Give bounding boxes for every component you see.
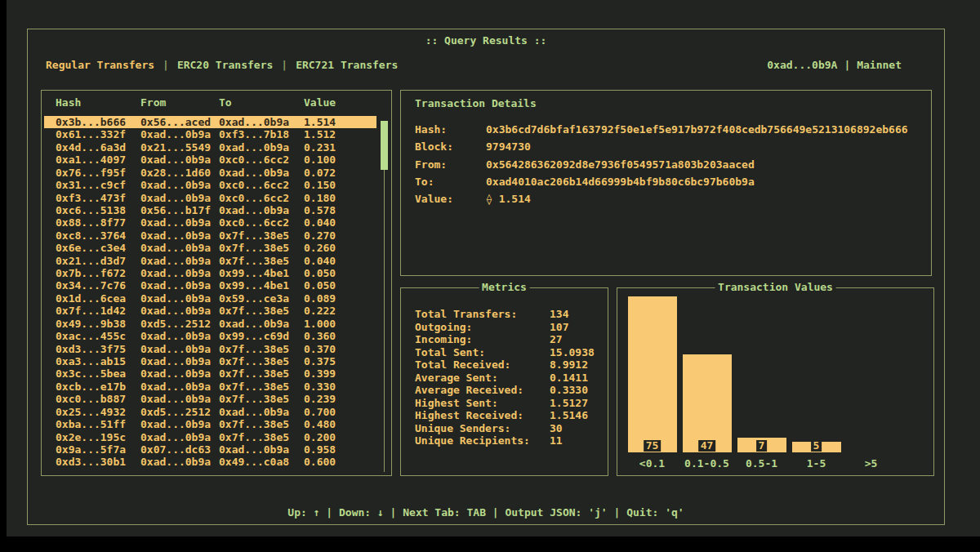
cell-from: 0x28...1d60 [140,167,219,179]
table-row[interactable]: 0x31...c9cf0xad...0b9a0xc0...6cc20.150 [44,179,376,191]
table-row[interactable]: 0x76...f95f0x28...1d600xad...0b9a0.072 [44,167,376,179]
metric-item: Unique Senders:30 [415,422,601,435]
cell-hash: 0x3c...5bea [56,367,140,380]
cell-hash: 0xc6...5138 [56,204,140,216]
cell-value: 1.000 [304,318,376,330]
cell-to: 0xf3...7b18 [219,128,304,140]
metric-item: Total Received:8.9912 [415,358,601,372]
table-row[interactable]: 0xa1...40970xad...0b9a0xc0...6cc20.100 [44,154,376,166]
chart-x-label: 0.1-0.5 [679,457,734,470]
cell-to: 0x7f...38e5 [219,343,304,355]
cell-from: 0xad...0b9a [140,255,219,267]
cell-hash: 0x6e...c3e4 [56,242,140,254]
chart-bar-slot [844,296,898,452]
chart-bar-slot: 5 [789,296,844,452]
tab-regular-transfers[interactable]: Regular Transfers [46,59,154,71]
keybind-help: Up: ↑ | Down: ↓ | Next Tab: TAB | Output… [28,506,944,519]
table-row[interactable]: 0x1d...6cea0xad...0b9a0x59...ce3a0.089 [44,292,376,305]
table-row[interactable]: 0x61...332f0xad...0b9a0xf3...7b181.512 [44,128,376,140]
cell-value: 0.239 [304,393,376,405]
table-row[interactable]: 0xcb...e17b0xad...0b9a0x7f...38e50.330 [44,381,376,393]
table-row[interactable]: 0x7b...f6720xad...0b9a0x99...4be10.050 [44,267,376,279]
cell-from: 0xad...0b9a [140,343,219,355]
column-header-from: From [140,96,219,109]
metric-value: 1.5127 [550,397,588,410]
cell-hash: 0xf3...473f [56,192,140,204]
cell-from: 0xad...0b9a [140,192,219,204]
table-row[interactable]: 0x3c...5bea0xad...0b9a0x7f...38e50.399 [44,367,376,380]
cell-to: 0x7f...38e5 [219,431,304,443]
table-row[interactable]: 0xac...455c0xad...0b9a0x99...c69d0.360 [44,330,376,342]
tab-separator: | [281,59,287,71]
cell-from: 0xd5...2512 [140,406,219,418]
metrics-title: Metrics [479,281,530,293]
cell-to: 0x7f...38e5 [219,393,304,405]
scrollbar-track[interactable] [384,122,385,472]
chart-x-labels: <0.10.1-0.50.5-11-5>5 [625,457,898,470]
table-row[interactable]: 0x49...9b380xd5...25120xad...0b9a1.000 [44,318,376,330]
page-title: :: Query Results :: [28,34,944,47]
metric-label: Average Sent: [415,372,550,385]
table-row[interactable]: 0xba...51ff0xad...0b9a0x7f...38e50.480 [44,418,376,430]
metric-value: 8.9912 [550,358,588,372]
metric-value: 27 [550,333,563,346]
transaction-details-panel: Transaction Details Hash:0x3b6cd7d6bfaf1… [400,90,932,276]
cell-value: 1.512 [304,128,376,140]
table-row[interactable]: 0xf3...473f0xad...0b9a0xc0...6cc20.180 [44,192,376,204]
metric-value: 0.3330 [550,384,588,397]
table-row[interactable]: 0xc6...51380x56...b17f0xad...0b9a0.578 [44,204,376,216]
table-row[interactable]: 0x7f...1d420xad...0b9a0x7f...38e50.222 [44,305,376,317]
table-row[interactable]: 0x21...d3d70xad...0b9a0x7f...38e50.040 [44,255,376,267]
cell-hash: 0xcb...e17b [56,381,140,393]
detail-value: 0x3b6cd7d6bfaf163792f50e1ef5e917b972f408… [486,121,908,138]
tab-erc20-transfers[interactable]: ERC20 Transfers [177,59,273,71]
scrollbar-thumb[interactable] [381,121,388,170]
table-row[interactable]: 0xd3...30b10xad...0b9a0x49...c0a80.600 [44,456,376,468]
cell-value: 0.050 [304,267,376,279]
column-header-hash: Hash [56,96,140,109]
cell-to: 0xc0...6cc2 [219,154,304,166]
cell-from: 0xad...0b9a [140,431,219,443]
table-row[interactable]: 0x3b...b6660x56...aced0xad...0b9a1.514 [44,116,376,128]
table-row[interactable]: 0xc0...b8870xad...0b9a0x7f...38e50.239 [44,393,376,405]
table-row[interactable]: 0x25...49320xd5...25120xad...0b9a0.700 [44,406,376,418]
metric-label: Average Received: [415,384,550,397]
cell-to: 0x7f...38e5 [219,229,304,242]
table-row[interactable]: 0x34...7c760xad...0b9a0x99...4be10.050 [44,279,376,292]
table-header-row: Hash From To Value [42,91,391,109]
metric-item: Average Sent:0.1411 [415,372,601,385]
cell-hash: 0xc0...b887 [56,393,140,405]
metric-label: Highest Received: [415,409,550,422]
details-fields: Hash:0x3b6cd7d6bfaf163792f50e1ef5e917b97… [415,121,908,207]
table-row[interactable]: 0x6e...c3e40xad...0b9a0x7f...38e50.260 [44,242,376,254]
table-row[interactable]: 0x9a...5f7a0x07...dc630xad...0b9a0.958 [44,443,376,456]
table-row[interactable]: 0x4d...6a3d0x21...55490xad...0b9a0.231 [44,141,376,154]
cell-from: 0xad...0b9a [140,179,219,191]
cell-from: 0xad...0b9a [140,305,219,317]
cell-hash: 0x3b...b666 [56,116,140,128]
table-row[interactable]: 0xa3...ab150xad...0b9a0x7f...38e50.375 [44,355,376,367]
cell-value: 0.180 [304,192,376,204]
detail-field: Value:⟠ 1.514 [415,190,908,207]
metric-value: 11 [550,434,563,447]
cell-value: 0.600 [304,456,376,468]
cell-from: 0xad...0b9a [140,229,219,242]
tab-erc721-transfers[interactable]: ERC721 Transfers [296,59,398,71]
cell-hash: 0x61...332f [56,128,140,140]
table-row[interactable]: 0xd3...3f750xad...0b9a0x7f...38e50.370 [44,343,376,355]
table-row[interactable]: 0xc8...37640xad...0b9a0x7f...38e50.270 [44,229,376,242]
cell-from: 0xd5...2512 [140,318,219,330]
metric-item: Total Sent:15.0938 [415,346,601,359]
cell-from: 0x07...dc63 [140,443,219,456]
cell-from: 0xad...0b9a [140,393,219,405]
cell-to: 0x49...c0a8 [219,456,304,468]
table-row[interactable]: 0x88...8f770xad...0b9a0xc0...6cc20.040 [44,216,376,229]
table-row[interactable]: 0x2e...195c0xad...0b9a0x7f...38e50.200 [44,431,376,443]
cell-value: 0.072 [304,167,376,179]
cell-hash: 0xac...455c [56,330,140,342]
cell-value: 0.480 [304,418,376,430]
detail-field: From:0x564286362092d8e7936f0549571a803b2… [415,156,908,173]
detail-label: Block: [415,138,486,155]
cell-from: 0xad...0b9a [140,154,219,166]
detail-value: 0xad4010ac206b14d66999b4bf9b80c6bc97b60b… [486,173,755,190]
